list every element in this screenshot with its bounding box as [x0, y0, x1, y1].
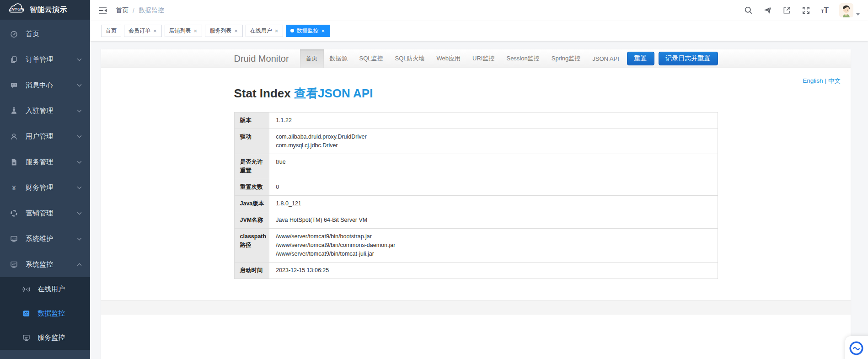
sidebar-item-home[interactable]: 首页 [0, 21, 90, 47]
tab-member-orders[interactable]: 会员订单 × [124, 25, 162, 37]
druid-nav-index[interactable]: 首页 [300, 49, 324, 68]
tab-close-icon[interactable]: × [234, 28, 238, 34]
druid-nav-webapp[interactable]: Web应用 [431, 49, 467, 68]
table-row: 版本 1.1.22 [234, 113, 718, 129]
app-brand-name: 智能云演示 [30, 5, 68, 15]
service-monitor-icon [22, 334, 30, 342]
service-icon [10, 158, 18, 166]
dashboard-icon [10, 30, 18, 38]
row-value: /www/server/tomcat9/bin/bootstrap.jar/ww… [269, 229, 718, 263]
chevron-down-icon [77, 186, 82, 189]
sidebar-item-users[interactable]: 用户管理 [0, 123, 90, 149]
page-title: Stat Index 查看JSON API [234, 86, 718, 102]
table-row: 是否允许重置 true [234, 154, 718, 179]
druid-brand[interactable]: Druid Monitor [234, 54, 289, 64]
druid-nav: 首页数据源SQL监控SQL防火墙Web应用URI监控Session监控Sprin… [300, 49, 625, 68]
user-icon [10, 132, 18, 140]
row-label: 是否允许重置 [234, 154, 269, 179]
breadcrumb-home[interactable]: 首页 [116, 6, 129, 15]
row-value: 2023-12-15 13:06:25 [269, 263, 718, 279]
row-label: classpath路径 [234, 229, 269, 263]
tab-shop-list[interactable]: 店铺列表 × [165, 25, 203, 37]
druid-nav-spring[interactable]: Spring监控 [546, 49, 587, 68]
settle-icon [10, 107, 18, 115]
sidebar-item-orders[interactable]: 订单管理 [0, 47, 90, 72]
sidebar-item-service-monitor[interactable]: 服务监控 [0, 326, 90, 350]
tab-online-users[interactable]: 在线用户 × [246, 25, 284, 37]
assistant-logo-icon [849, 341, 863, 355]
tag-tabs-bar: 首页 会员订单 × 店铺列表 × 服务列表 × 在线用户 × 数据监控 × [90, 21, 868, 41]
lang-chinese-link[interactable]: 中文 [828, 77, 841, 84]
sidebar-item-data-monitor[interactable]: 数据监控 [0, 301, 90, 326]
sidebar-item-marketing[interactable]: 营销管理 [0, 200, 90, 226]
druid-nav-uri[interactable]: URI监控 [466, 49, 500, 68]
active-tab-dot [290, 29, 294, 32]
row-label: 启动时间 [234, 263, 269, 279]
row-label: 重置次数 [234, 179, 269, 196]
druid-nav-session[interactable]: Session监控 [500, 49, 545, 68]
druid-nav-json-api[interactable]: JSON API [586, 49, 625, 68]
chevron-down-icon [77, 135, 82, 138]
online-icon [22, 285, 30, 294]
order-icon [10, 55, 18, 64]
sidebar-collapse-icon[interactable] [96, 4, 109, 17]
cloud-logo-icon: ZNYUN [5, 3, 27, 17]
table-row: 启动时间 2023-12-15 13:06:25 [234, 263, 718, 279]
monitor-icon [10, 260, 18, 268]
row-label: 驱动 [234, 129, 269, 154]
sidebar-item-settle-in[interactable]: 入驻管理 [0, 98, 90, 123]
lang-separator: | [825, 77, 826, 84]
top-header: 首页 / 数据监控 TT [90, 0, 868, 21]
view-json-api-link[interactable]: 查看JSON API [294, 86, 373, 100]
marketing-icon [10, 209, 18, 217]
druid-nav-wall[interactable]: SQL防火墙 [389, 49, 431, 68]
chevron-down-icon [77, 212, 82, 215]
tab-data-monitor[interactable]: 数据监控 × [286, 25, 330, 37]
font-size-icon[interactable]: TT [821, 6, 829, 14]
row-value: Java HotSpot(TM) 64-Bit Server VM [269, 212, 718, 229]
language-switch: English|中文 [803, 77, 841, 85]
sidebar-item-maintenance[interactable]: 系统维护 [0, 226, 90, 252]
chevron-down-icon [77, 161, 82, 164]
reset-button[interactable]: 重置 [627, 52, 654, 65]
breadcrumb: 首页 / 数据监控 [116, 6, 164, 15]
tab-close-icon[interactable]: × [153, 28, 157, 34]
user-menu[interactable] [839, 3, 860, 17]
row-label: Java版本 [234, 196, 269, 212]
log-and-reset-button[interactable]: 记录日志并重置 [659, 52, 718, 65]
druid-container: Stat Index 查看JSON API 版本 1.1.22 驱动 com.a… [234, 86, 718, 279]
sidebar-item-monitoring[interactable]: 系统监控 [0, 252, 90, 277]
sidebar-menu: 首页 订单管理 消息中心 入驻管理 用户管理 [0, 20, 90, 277]
chevron-down-icon [856, 13, 860, 16]
druid-nav-sql[interactable]: SQL监控 [354, 49, 389, 68]
sidebar-item-finance[interactable]: ¥ 财务管理 [0, 175, 90, 200]
row-label: JVM名称 [234, 212, 269, 229]
row-value: com.alibaba.druid.proxy.DruidDrivercom.m… [269, 129, 718, 154]
tab-close-icon[interactable]: × [193, 28, 198, 34]
sidebar-item-services[interactable]: 服务管理 [0, 149, 90, 175]
row-value: 0 [269, 179, 718, 196]
svg-text:ZNYUN: ZNYUN [9, 7, 24, 11]
fullscreen-icon[interactable] [802, 6, 810, 15]
tab-home[interactable]: 首页 [101, 25, 121, 37]
sidebar-item-messages[interactable]: 消息中心 [0, 72, 90, 98]
sidebar-item-online-users[interactable]: 在线用户 [0, 277, 90, 301]
app-logo[interactable]: ZNYUN 智能云演示 [0, 0, 90, 20]
message-icon [10, 81, 18, 89]
tab-service-list[interactable]: 服务列表 × [205, 25, 243, 37]
druid-nav-datasource[interactable]: 数据源 [324, 49, 354, 68]
tab-close-icon[interactable]: × [321, 28, 325, 34]
table-row: JVM名称 Java HotSpot(TM) 64-Bit Server VM [234, 212, 718, 229]
search-icon[interactable] [744, 6, 753, 15]
avatar[interactable] [839, 3, 853, 17]
druid-footer [101, 300, 851, 315]
tab-close-icon[interactable]: × [274, 28, 279, 34]
lang-english-link[interactable]: English [803, 77, 823, 84]
druid-panel: Druid Monitor 首页数据源SQL监控SQL防火墙Web应用URI监控… [101, 49, 851, 359]
table-row: 驱动 com.alibaba.druid.proxy.DruidDriverco… [234, 129, 718, 154]
floating-assistant-button[interactable] [845, 336, 868, 359]
breadcrumb-separator: / [133, 7, 134, 14]
row-label: 版本 [234, 113, 269, 129]
send-icon[interactable] [763, 6, 772, 15]
external-link-icon[interactable] [782, 6, 791, 15]
